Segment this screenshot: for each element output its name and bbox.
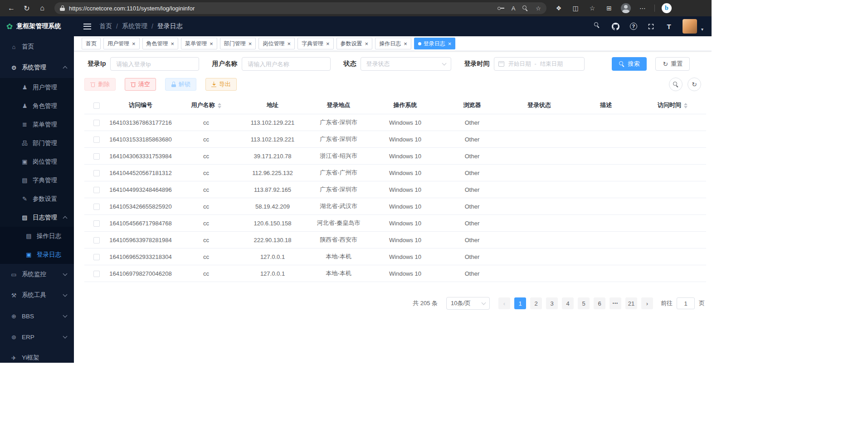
page-21-button[interactable]: 21 [625,297,637,309]
column-header-time[interactable]: 访问时间 [639,97,706,114]
ip-input[interactable] [110,57,199,71]
sidebar-item-login-log[interactable]: ▣登录日志 [0,245,74,264]
tab-dict-mgmt[interactable]: 字典管理× [297,38,334,49]
tab-home[interactable]: 首页 [82,38,101,49]
tab-param-settings[interactable]: 参数设置× [336,38,373,49]
tab-login-log[interactable]: 登录日志× [414,38,456,49]
delete-button[interactable]: 删除 [84,78,116,91]
sidebar-item-yi-framework[interactable]: ✈Yi框架 [0,347,74,363]
page-size-select[interactable]: 10条/页 [446,297,490,310]
row-checkbox[interactable] [93,271,100,277]
close-icon[interactable]: × [210,41,213,47]
close-icon[interactable]: × [287,41,291,47]
page-4-button[interactable]: 4 [562,297,574,309]
sidebar-item-dict-mgmt[interactable]: ▤字典管理 [0,171,74,190]
close-icon[interactable]: × [365,41,369,47]
export-button[interactable]: 导出 [205,78,237,91]
close-icon[interactable]: × [326,41,330,47]
favorites-icon[interactable]: ☆ [587,3,597,13]
row-checkbox[interactable] [93,254,100,260]
reset-button[interactable]: ↻ 重置 [655,57,690,71]
page-5-button[interactable]: 5 [578,297,590,309]
sidebar-item-operation-log[interactable]: ▤操作日志 [0,227,74,245]
page-6-button[interactable]: 6 [594,297,605,309]
sidebar-item-user-mgmt[interactable]: ♟用户管理 [0,78,74,97]
address-bar[interactable]: https://ccnetcore.com:1101/system/log/lo… [54,2,546,14]
refresh-table-button[interactable]: ↻ [688,78,701,91]
page-2-button[interactable]: 2 [530,297,542,309]
sort-carets[interactable] [218,103,221,108]
fullscreen-icon[interactable] [647,22,655,30]
help-icon[interactable]: ? [629,22,638,30]
tab-operation-log[interactable]: 操作日志× [375,38,411,49]
github-icon[interactable] [612,22,620,30]
select-all-checkbox[interactable] [93,102,100,109]
refresh-button[interactable]: ↻ [20,2,34,15]
more-menu-icon[interactable]: ⋯ [638,3,648,13]
browser-profile-avatar[interactable] [621,3,631,13]
tab-role-mgmt[interactable]: 角色管理× [142,38,179,49]
clear-button[interactable]: 清空 [125,78,156,91]
back-button[interactable]: ← [5,2,18,15]
row-checkbox[interactable] [93,153,100,160]
tab-menu-mgmt[interactable]: 菜单管理× [181,38,217,49]
tab-user-mgmt[interactable]: 用户管理× [103,38,140,49]
app-logo[interactable]: ✿ 意框架管理系统 [0,16,74,36]
unlock-button[interactable]: 解锁 [165,78,196,91]
collections-icon[interactable]: ⊞ [604,3,614,13]
font-size-icon[interactable]: T [665,22,673,30]
password-key-icon[interactable] [497,6,504,10]
search-toggle-button[interactable] [669,78,683,91]
next-page-button[interactable]: › [641,297,653,309]
extensions-icon[interactable]: ❖ [554,3,564,13]
sidebar-item-log-mgmt[interactable]: ▨日志管理 [0,208,74,227]
row-checkbox[interactable] [93,204,100,210]
row-checkbox[interactable] [93,237,100,243]
favorites-add-star-icon[interactable]: ☆ [536,5,541,12]
sidebar-item-erp[interactable]: ⊚ERP [0,326,74,347]
sidebar-item-dept-mgmt[interactable]: 品部门管理 [0,134,74,152]
bing-copilot-icon[interactable]: b [662,3,672,13]
row-checkbox[interactable] [93,120,100,126]
row-checkbox[interactable] [93,220,100,227]
close-icon[interactable]: × [448,41,452,47]
close-icon[interactable]: × [404,41,407,47]
sidebar-item-param-settings[interactable]: ✎参数设置 [0,190,74,208]
status-select[interactable]: 登录状态 [361,57,451,71]
more-pages-button[interactable]: ••• [610,297,621,309]
hamburger-icon[interactable] [83,26,91,27]
search-button[interactable]: 搜索 [612,57,647,71]
tab-dept-mgmt[interactable]: 部门管理× [220,38,256,49]
close-icon[interactable]: × [171,41,175,47]
sort-carets[interactable] [684,103,688,108]
breadcrumb-item[interactable]: 首页 [99,22,112,30]
sidebar-item-system-mgmt[interactable]: ⚙系统管理 [0,57,74,78]
login-time-range-picker[interactable]: 开始日期 - 结束日期 [494,57,585,71]
goto-page-input[interactable] [677,297,695,309]
avatar[interactable] [683,19,697,34]
row-checkbox[interactable] [93,187,100,193]
home-button[interactable]: ⌂ [35,2,49,15]
url-text[interactable]: https://ccnetcore.com:1101/system/log/lo… [69,5,493,12]
sidebar-item-system-tools[interactable]: ⚒系统工具 [0,285,74,306]
sidebar-item-home[interactable]: ⌂首页 [0,36,74,57]
page-1-button[interactable]: 1 [514,297,526,309]
split-screen-icon[interactable]: ◫ [571,3,580,13]
breadcrumb-item[interactable]: 系统管理 [122,22,147,30]
sidebar-item-role-mgmt[interactable]: ♟角色管理 [0,97,74,115]
close-icon[interactable]: × [132,41,136,47]
column-header-user[interactable]: 用户名称 [172,97,240,114]
sidebar-item-bbs[interactable]: ⊕BBS [0,306,74,326]
row-checkbox[interactable] [93,136,100,143]
close-icon[interactable]: × [249,41,252,47]
read-aloud-icon[interactable]: A [512,5,516,12]
row-checkbox[interactable] [93,170,100,176]
zoom-icon[interactable] [522,5,528,11]
sidebar-item-menu-mgmt[interactable]: ≣菜单管理 [0,115,74,134]
search-icon[interactable] [594,22,602,30]
user-name-input[interactable] [242,57,331,71]
prev-page-button[interactable]: ‹ [498,297,510,309]
sidebar-item-system-monitor[interactable]: ▭系统监控 [0,264,74,285]
sidebar-item-post-mgmt[interactable]: ▣岗位管理 [0,152,74,171]
tab-post-mgmt[interactable]: 岗位管理× [258,38,295,49]
